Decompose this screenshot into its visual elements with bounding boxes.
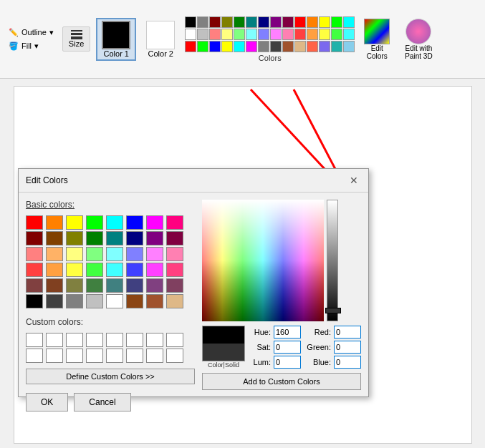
basic-color-swatch[interactable] <box>166 263 183 277</box>
basic-color-swatch[interactable] <box>86 215 103 230</box>
edit-colors-toolbar-button[interactable]: EditColors <box>360 15 393 64</box>
basic-color-swatch[interactable] <box>46 278 63 293</box>
basic-color-swatch[interactable] <box>86 294 103 308</box>
palette-color-cell[interactable] <box>270 41 282 52</box>
basic-color-swatch[interactable] <box>106 247 123 261</box>
basic-color-swatch[interactable] <box>106 215 123 230</box>
custom-color-swatch[interactable] <box>66 333 83 347</box>
palette-color-cell[interactable] <box>343 29 355 40</box>
palette-color-cell[interactable] <box>209 29 221 40</box>
palette-color-cell[interactable] <box>197 16 208 28</box>
custom-color-swatch[interactable] <box>86 349 103 363</box>
palette-color-cell[interactable] <box>221 16 233 28</box>
brightness-slider[interactable] <box>327 200 338 321</box>
basic-color-swatch[interactable] <box>126 231 143 245</box>
basic-color-swatch[interactable] <box>46 247 63 261</box>
basic-color-swatch[interactable] <box>166 247 183 261</box>
basic-color-swatch[interactable] <box>166 231 183 245</box>
custom-color-swatch[interactable] <box>66 349 83 363</box>
color2-button[interactable]: Color 2 <box>142 19 179 59</box>
basic-color-swatch[interactable] <box>106 231 123 245</box>
basic-color-swatch[interactable] <box>26 231 43 245</box>
palette-color-cell[interactable] <box>282 16 294 28</box>
custom-color-swatch[interactable] <box>106 349 123 363</box>
palette-color-cell[interactable] <box>307 29 318 40</box>
custom-color-swatch[interactable] <box>46 349 63 363</box>
blue-input[interactable] <box>334 356 361 369</box>
basic-color-swatch[interactable] <box>66 247 83 261</box>
custom-color-swatch[interactable] <box>166 349 183 363</box>
basic-color-swatch[interactable] <box>146 247 163 261</box>
basic-color-swatch[interactable] <box>46 294 63 308</box>
lum-input[interactable] <box>274 356 301 369</box>
custom-color-swatch[interactable] <box>86 333 103 347</box>
basic-color-swatch[interactable] <box>66 215 83 230</box>
palette-color-cell[interactable] <box>319 16 330 28</box>
cancel-button[interactable]: Cancel <box>74 393 130 412</box>
palette-color-cell[interactable] <box>282 29 294 40</box>
hue-input[interactable] <box>274 326 301 339</box>
basic-color-swatch[interactable] <box>106 263 123 277</box>
palette-color-cell[interactable] <box>270 29 282 40</box>
basic-color-swatch[interactable] <box>146 215 163 230</box>
define-custom-colors-button[interactable]: Define Custom Colors >> <box>26 369 195 384</box>
basic-color-swatch[interactable] <box>46 215 63 230</box>
palette-color-cell[interactable] <box>209 41 221 52</box>
palette-color-cell[interactable] <box>294 41 306 52</box>
sat-input[interactable] <box>274 341 301 354</box>
custom-color-swatch[interactable] <box>166 333 183 347</box>
palette-color-cell[interactable] <box>234 29 245 40</box>
basic-color-swatch[interactable] <box>46 263 63 277</box>
palette-color-cell[interactable] <box>307 41 318 52</box>
custom-color-swatch[interactable] <box>46 333 63 347</box>
palette-color-cell[interactable] <box>197 41 208 52</box>
palette-color-cell[interactable] <box>258 41 269 52</box>
palette-color-cell[interactable] <box>258 16 269 28</box>
custom-color-swatch[interactable] <box>146 349 163 363</box>
palette-color-cell[interactable] <box>331 41 342 52</box>
palette-color-cell[interactable] <box>258 29 269 40</box>
basic-color-swatch[interactable] <box>26 263 43 277</box>
custom-color-swatch[interactable] <box>106 333 123 347</box>
palette-color-cell[interactable] <box>185 16 196 28</box>
palette-color-cell[interactable] <box>221 41 233 52</box>
basic-color-swatch[interactable] <box>26 278 43 293</box>
palette-color-cell[interactable] <box>343 16 355 28</box>
basic-color-swatch[interactable] <box>126 294 143 308</box>
palette-color-cell[interactable] <box>234 16 245 28</box>
basic-color-swatch[interactable] <box>166 294 183 308</box>
edit-with-paint3d-button[interactable]: Edit withPaint 3D <box>399 16 438 63</box>
basic-color-swatch[interactable] <box>46 231 63 245</box>
dialog-close-button[interactable]: ✕ <box>347 173 361 188</box>
basic-color-swatch[interactable] <box>86 263 103 277</box>
palette-color-cell[interactable] <box>331 16 342 28</box>
palette-color-cell[interactable] <box>319 41 330 52</box>
palette-color-cell[interactable] <box>294 16 306 28</box>
basic-color-swatch[interactable] <box>86 247 103 261</box>
palette-color-cell[interactable] <box>185 29 196 40</box>
palette-color-cell[interactable] <box>246 16 257 28</box>
basic-color-swatch[interactable] <box>146 278 163 293</box>
palette-color-cell[interactable] <box>307 16 318 28</box>
basic-color-swatch[interactable] <box>26 247 43 261</box>
green-input[interactable] <box>334 341 361 354</box>
basic-color-swatch[interactable] <box>146 231 163 245</box>
basic-color-swatch[interactable] <box>126 247 143 261</box>
basic-color-swatch[interactable] <box>66 294 83 308</box>
outline-button[interactable]: ✏️ Outline ▾ <box>6 26 57 39</box>
add-to-custom-colors-button[interactable]: Add to Custom Colors <box>202 373 361 390</box>
fill-button[interactable]: 🪣 Fill ▾ <box>6 40 57 52</box>
custom-color-swatch[interactable] <box>126 333 143 347</box>
palette-color-cell[interactable] <box>331 29 342 40</box>
basic-color-swatch[interactable] <box>66 278 83 293</box>
basic-color-swatch[interactable] <box>146 294 163 308</box>
palette-color-cell[interactable] <box>221 29 233 40</box>
basic-color-swatch[interactable] <box>26 215 43 230</box>
basic-color-swatch[interactable] <box>106 278 123 293</box>
basic-color-swatch[interactable] <box>26 294 43 308</box>
basic-color-swatch[interactable] <box>126 263 143 277</box>
palette-color-cell[interactable] <box>294 29 306 40</box>
basic-color-swatch[interactable] <box>86 278 103 293</box>
basic-color-swatch[interactable] <box>126 215 143 230</box>
custom-color-swatch[interactable] <box>26 333 43 347</box>
